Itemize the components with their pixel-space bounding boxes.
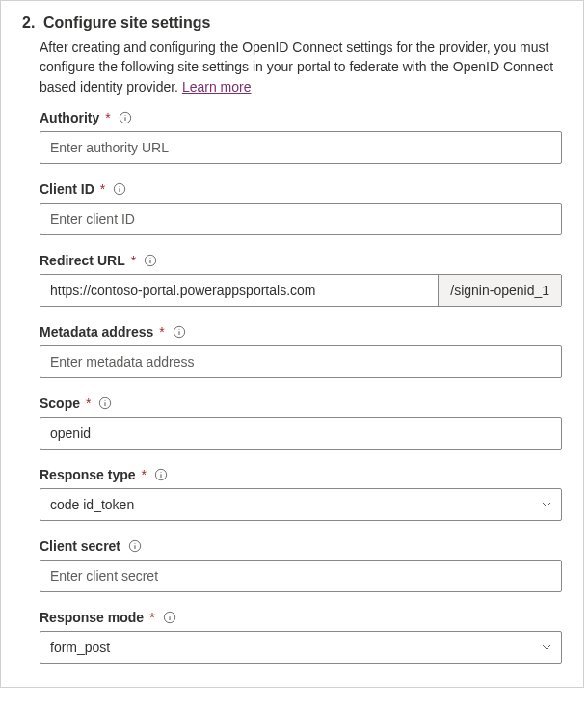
- step-header: 2. Configure site settings: [22, 14, 562, 32]
- info-icon[interactable]: [154, 468, 168, 481]
- required-marker: *: [100, 181, 105, 197]
- metadata-address-input[interactable]: [40, 345, 562, 378]
- required-marker: *: [105, 110, 110, 125]
- field-client-secret: Client secret: [40, 538, 562, 592]
- scope-input[interactable]: [40, 417, 562, 450]
- svg-point-5: [120, 186, 120, 187]
- svg-point-14: [105, 400, 106, 401]
- response-mode-select-wrap: [40, 631, 562, 664]
- required-marker: *: [131, 253, 136, 268]
- authority-input[interactable]: [40, 131, 562, 164]
- configure-site-settings-card: 2. Configure site settings After creatin…: [0, 0, 584, 688]
- info-icon[interactable]: [128, 539, 142, 553]
- required-marker: *: [86, 396, 91, 411]
- label-client-secret: Client secret: [40, 538, 562, 554]
- redirect-url-input[interactable]: [40, 275, 438, 306]
- svg-point-11: [178, 329, 179, 330]
- label-redirect-url-text: Redirect URL: [40, 253, 125, 268]
- response-type-select-wrap: [40, 488, 562, 521]
- step-description: After creating and configuring the OpenI…: [40, 38, 562, 96]
- required-marker: *: [142, 467, 147, 482]
- field-authority: Authority *: [40, 110, 562, 164]
- svg-point-8: [150, 258, 151, 259]
- label-metadata-address-text: Metadata address: [40, 324, 153, 340]
- label-response-mode: Response mode *: [40, 610, 562, 625]
- step-description-text: After creating and configuring the OpenI…: [40, 40, 553, 95]
- step-title: Configure site settings: [43, 14, 210, 32]
- label-client-secret-text: Client secret: [40, 538, 120, 554]
- label-response-type-text: Response type: [40, 467, 136, 482]
- label-redirect-url: Redirect URL *: [40, 253, 562, 268]
- required-marker: *: [149, 610, 154, 625]
- required-marker: *: [159, 324, 164, 340]
- client-id-input[interactable]: [40, 203, 562, 235]
- label-scope-text: Scope: [40, 396, 80, 411]
- svg-point-2: [124, 115, 125, 116]
- info-icon[interactable]: [144, 254, 157, 267]
- svg-point-23: [169, 615, 170, 615]
- info-icon[interactable]: [98, 397, 112, 410]
- label-scope: Scope *: [40, 396, 562, 411]
- field-metadata-address: Metadata address *: [40, 324, 562, 378]
- learn-more-link[interactable]: Learn more: [182, 79, 252, 95]
- info-icon[interactable]: [173, 325, 186, 339]
- info-icon[interactable]: [113, 182, 126, 196]
- response-mode-select[interactable]: [40, 631, 562, 664]
- label-metadata-address: Metadata address *: [40, 324, 562, 340]
- info-icon[interactable]: [163, 611, 176, 624]
- redirect-url-suffix: /signin-openid_1: [438, 275, 561, 306]
- fields-container: Authority * Client ID * Redirect URL: [40, 110, 562, 664]
- label-response-type: Response type *: [40, 467, 562, 482]
- field-client-id: Client ID *: [40, 181, 562, 235]
- info-icon[interactable]: [119, 111, 132, 124]
- redirect-url-group: /signin-openid_1: [40, 274, 562, 307]
- field-scope: Scope *: [40, 396, 562, 450]
- response-type-select[interactable]: [40, 488, 562, 521]
- field-response-mode: Response mode *: [40, 610, 562, 664]
- svg-point-17: [161, 472, 162, 473]
- label-authority-text: Authority: [40, 110, 99, 125]
- field-redirect-url: Redirect URL * /signin-openid_1: [40, 253, 562, 307]
- label-authority: Authority *: [40, 110, 562, 125]
- client-secret-input[interactable]: [40, 560, 562, 592]
- svg-point-20: [135, 543, 136, 544]
- step-number: 2.: [22, 14, 40, 32]
- field-response-type: Response type *: [40, 467, 562, 521]
- label-client-id: Client ID *: [40, 181, 562, 197]
- label-client-id-text: Client ID: [40, 181, 94, 197]
- label-response-mode-text: Response mode: [40, 610, 144, 625]
